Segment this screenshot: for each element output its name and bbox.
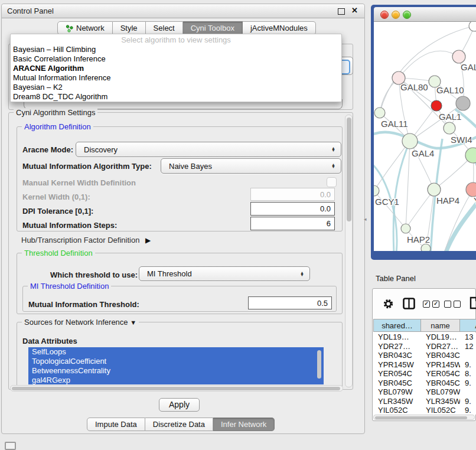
node-label-gal4: GAL4 xyxy=(412,148,434,158)
tab-infer-network[interactable]: Infer Network xyxy=(213,418,275,431)
network-node[interactable] xyxy=(469,22,476,31)
manual-kernel-checkbox[interactable] xyxy=(327,177,337,187)
table-row[interactable]: YER054CYER054C8. xyxy=(373,369,476,379)
dropdown-prompt: Select algorithm to view settings xyxy=(11,35,341,45)
mi-threshold-label: Mutual Information Threshold: xyxy=(28,300,139,309)
aracne-mode-select[interactable]: Discovery ▲▼ xyxy=(76,142,341,157)
node-label-swi4: SWI4 xyxy=(451,135,472,145)
dropdown-item-bayesian-hill-climbing[interactable]: Bayesian – Hill Climbing xyxy=(11,45,341,54)
checked-columns-icon[interactable]: ✓✓ xyxy=(423,301,442,308)
list-item-selfloops[interactable]: SelfLoops xyxy=(28,347,324,357)
table-cell: YBL079W xyxy=(373,387,421,397)
dock-icon[interactable] xyxy=(5,442,16,450)
table-row[interactable]: YIL052CYIL052C9. xyxy=(373,406,476,415)
list-item-betweennesscentrality[interactable]: BetweennessCentrality xyxy=(28,366,324,376)
network-node-swi4[interactable] xyxy=(465,148,476,163)
network-window-titlebar[interactable] xyxy=(374,7,476,22)
mi-threshold-group-title: MI Threshold Definition xyxy=(28,282,111,291)
list-item-gal4rgexp[interactable]: gal4RGexp xyxy=(28,376,324,384)
network-node[interactable] xyxy=(431,100,442,111)
mi-type-label: Mutual Information Algorithm Type: xyxy=(22,162,152,171)
mi-threshold-field[interactable]: 0.5 xyxy=(248,296,332,309)
network-node-hap2[interactable] xyxy=(401,224,410,233)
network-node-gal1[interactable] xyxy=(444,122,455,134)
zoom-traffic-light[interactable] xyxy=(403,11,411,19)
float-window-icon[interactable] xyxy=(338,8,345,15)
columns-icon[interactable] xyxy=(403,298,415,309)
network-node-gal11[interactable] xyxy=(374,107,385,118)
settings-scrollbar-thumb[interactable] xyxy=(347,118,351,221)
control-panel-titlebar[interactable]: Control Panel ✕ xyxy=(2,4,364,18)
app-root: Control Panel ✕ NetworkStyleSelectCyni T… xyxy=(0,0,476,450)
kernel-width-field[interactable]: 0.0 xyxy=(250,188,335,201)
network-canvas[interactable]: GALGAL80GAL10GAL1GAL11GAL4SWI4GCY1HAP4YH… xyxy=(374,22,476,251)
node-label-gal10: GAL10 xyxy=(436,85,464,95)
table-row[interactable]: YBR043CYBR043C xyxy=(373,351,476,360)
close-icon[interactable]: ✕ xyxy=(351,6,358,15)
close-traffic-light[interactable] xyxy=(380,11,389,19)
algorithm-dropdown-list: Bayesian – Hill ClimbingBasic Correlatio… xyxy=(11,45,341,102)
network-node-y[interactable] xyxy=(466,182,476,197)
collapsed-triangle-icon: ▶ xyxy=(145,236,151,244)
gear-icon[interactable] xyxy=(383,298,394,309)
settings-hscrollbar[interactable] xyxy=(10,385,343,392)
column-header-a[interactable]: A xyxy=(460,319,476,332)
node-label-hap2: HAP2 xyxy=(407,234,430,244)
network-node-gal[interactable] xyxy=(452,50,465,63)
table-cell: 9. xyxy=(460,397,476,406)
dpi-tolerance-field[interactable]: 0.0 xyxy=(250,202,335,216)
table-cell: YDR27… xyxy=(373,342,421,351)
table-row[interactable]: YLR345WYLR345W9. xyxy=(373,397,476,406)
column-header-name[interactable]: name xyxy=(421,319,460,332)
network-node[interactable] xyxy=(421,244,431,251)
tab-network[interactable]: Network xyxy=(57,21,113,35)
new-table-icon[interactable] xyxy=(470,296,476,309)
mi-steps-field[interactable]: 6 xyxy=(250,217,335,230)
apply-button[interactable]: Apply xyxy=(159,398,200,412)
table-row[interactable]: YBR045CYBR045C9. xyxy=(373,379,476,388)
tab-discretize-data[interactable]: Discretize Data xyxy=(145,418,213,431)
tab-select[interactable]: Select xyxy=(146,21,183,35)
dropdown-item-aracne-algorithm[interactable]: ARACNE Algorithm xyxy=(11,64,341,73)
table-hscrollbar-thumb[interactable] xyxy=(375,416,467,419)
hub-section-toggle[interactable]: Hub/Transcription Factor Definition ▶ xyxy=(21,236,151,244)
data-attributes-label: Data Attributes xyxy=(22,337,77,345)
dropdown-item-dream8-dc-tdc-algorithm[interactable]: Dream8 DC_TDC Algorithm xyxy=(11,92,341,102)
tab-label: Infer Network xyxy=(221,420,266,429)
tab-jactivemnodules[interactable]: jActiveMNodules xyxy=(243,21,316,35)
network-node-gal4[interactable] xyxy=(402,133,418,149)
tab-label: Select xyxy=(154,24,175,32)
dropdown-item-basic-correlation-inference[interactable]: Basic Correlation Inference xyxy=(11,54,341,64)
table-cell xyxy=(460,387,476,397)
table-cell: YER054C xyxy=(421,369,460,379)
unchecked-columns-icon[interactable] xyxy=(444,301,463,308)
tab-cyni-toolbox[interactable]: Cyni Toolbox xyxy=(183,21,243,35)
tab-impute-data[interactable]: Impute Data xyxy=(87,418,145,431)
network-node[interactable] xyxy=(456,96,470,110)
network-node-gcy1[interactable] xyxy=(374,185,379,196)
which-threshold-select[interactable]: MI Threshold ▲▼ xyxy=(139,266,310,281)
tab-style[interactable]: Style xyxy=(113,21,146,35)
column-header-shared[interactable]: shared… xyxy=(373,319,421,332)
table-row[interactable]: YPR145WYPR145W9. xyxy=(373,360,476,370)
sources-title[interactable]: Sources for Network Inference ▼ xyxy=(22,318,139,327)
table-row[interactable]: YDL19…YDL19…13 xyxy=(373,332,476,342)
table-row[interactable]: YBL079WYBL079W xyxy=(373,387,476,397)
dropdown-item-mutual-information-inference[interactable]: Mutual Information Inference xyxy=(11,73,341,83)
data-attributes-list: SelfLoopsTopologicalCoefficientBetweenne… xyxy=(28,347,324,384)
dropdown-item-bayesian-k2[interactable]: Bayesian – K2 xyxy=(11,83,341,92)
table-cell: YBR043C xyxy=(373,351,421,360)
settings-scrollbar[interactable] xyxy=(345,115,353,387)
table-cell: YBR045C xyxy=(421,379,460,388)
splitter-arrow-icon[interactable]: ◂ xyxy=(364,216,367,222)
mi-type-select[interactable]: Naive Bayes ▲▼ xyxy=(161,158,341,174)
list-item-topologicalcoefficient[interactable]: TopologicalCoefficient xyxy=(28,357,324,366)
network-node-hap4[interactable] xyxy=(428,183,441,196)
node-label-gal80: GAL80 xyxy=(400,82,428,92)
table-row[interactable]: YDR27…YDR27…12 xyxy=(373,342,476,351)
list-scrollbar[interactable] xyxy=(315,348,322,383)
table-hscrollbar[interactable] xyxy=(373,415,475,420)
settings-hscrollbar-thumb[interactable] xyxy=(12,387,340,390)
list-scrollbar-thumb[interactable] xyxy=(317,350,321,379)
minimize-traffic-light[interactable] xyxy=(392,11,400,19)
